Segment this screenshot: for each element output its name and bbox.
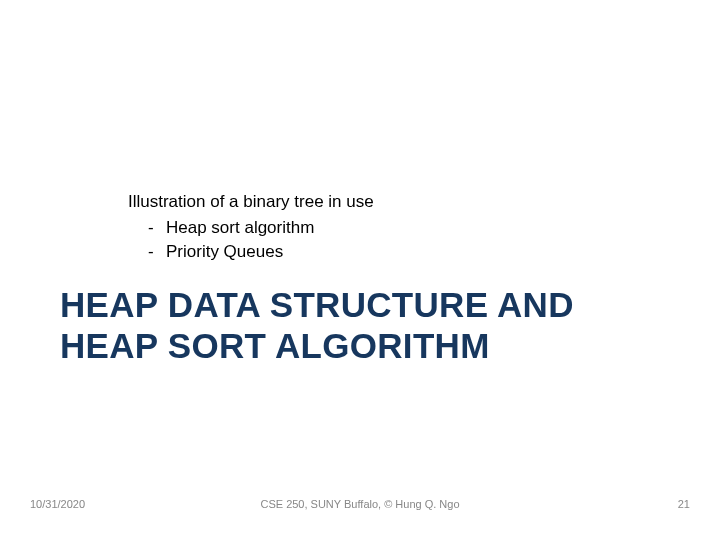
footer: 10/31/2020 CSE 250, SUNY Buffalo, © Hung… (0, 490, 720, 510)
intro-text: Illustration of a binary tree in use (128, 190, 648, 214)
footer-credit: CSE 250, SUNY Buffalo, © Hung Q. Ngo (0, 498, 720, 510)
footer-page-number: 21 (678, 498, 690, 510)
list-item: Heap sort algorithm (148, 216, 648, 240)
list-item: Priority Queues (148, 240, 648, 264)
page-title: HEAP DATA STRUCTURE AND HEAP SORT ALGORI… (60, 284, 680, 367)
intro-block: Illustration of a binary tree in use Hea… (128, 190, 648, 263)
bullet-list: Heap sort algorithm Priority Queues (128, 216, 648, 264)
